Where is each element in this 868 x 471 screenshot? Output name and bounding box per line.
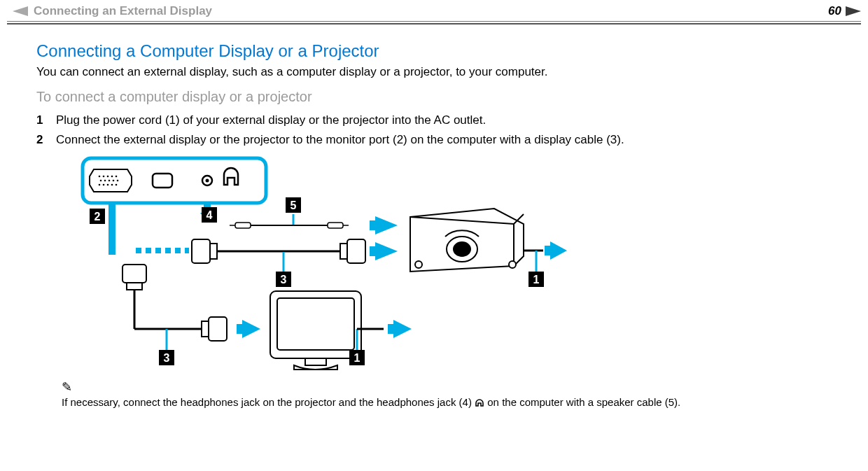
note-text: If necessary, connect the headphones jac… [62, 396, 832, 409]
svg-point-6 [111, 176, 113, 178]
svg-rect-60 [277, 298, 354, 350]
header-rule-thin [7, 21, 861, 22]
svg-point-14 [103, 184, 105, 186]
prev-page-arrow-icon[interactable] [13, 6, 28, 16]
svg-point-15 [107, 184, 109, 186]
svg-point-9 [104, 180, 106, 182]
svg-point-20 [206, 179, 209, 183]
vga-conn-top-right [340, 239, 365, 263]
content-area: Connecting a Computer Display or a Proje… [0, 24, 868, 409]
svg-point-7 [115, 176, 118, 178]
note-block: ✎ If necessary, connect the headphones j… [62, 379, 832, 409]
svg-point-11 [113, 180, 115, 182]
svg-rect-28 [340, 244, 347, 259]
header-bar: Connecting an External Display 60 [0, 0, 868, 21]
svg-rect-61 [305, 358, 326, 365]
step-text: Plug the power cord (1) of your external… [56, 113, 486, 127]
breadcrumb[interactable]: Connecting an External Display [34, 4, 824, 18]
svg-point-12 [117, 180, 119, 182]
svg-point-8 [100, 180, 102, 182]
intro-text: You can connect an external display, suc… [36, 65, 832, 79]
step-number: 1 [36, 113, 56, 127]
svg-rect-51 [127, 283, 142, 290]
label-2: 2 [94, 211, 101, 223]
svg-point-43 [454, 242, 470, 256]
svg-point-4 [103, 176, 105, 178]
next-page-arrow-icon[interactable] [846, 6, 861, 16]
label-1-bot: 1 [354, 352, 360, 364]
svg-rect-29 [347, 239, 365, 263]
step-text: Connect the external display or the proj… [56, 133, 624, 147]
label-4: 4 [206, 209, 213, 221]
svg-marker-65 [393, 320, 412, 338]
label-3-top: 3 [281, 274, 287, 286]
note-post: on the computer with a speaker cable (5)… [484, 396, 680, 408]
svg-marker-38 [375, 216, 398, 234]
section-title: Connecting a Computer Display or a Proje… [36, 41, 832, 61]
svg-rect-31 [370, 246, 379, 256]
step-2: 2 Connect the external display or the pr… [36, 133, 832, 147]
svg-rect-25 [192, 239, 210, 263]
vga-conn-low-top [122, 265, 146, 290]
note-pre: If necessary, connect the headphones jac… [62, 396, 475, 408]
svg-marker-57 [242, 320, 260, 338]
svg-point-44 [415, 261, 422, 268]
svg-rect-55 [209, 317, 227, 341]
label-3-bot: 3 [164, 352, 170, 364]
svg-point-16 [111, 184, 113, 186]
svg-point-5 [107, 176, 109, 178]
label-1-top: 1 [533, 274, 540, 286]
svg-rect-50 [122, 265, 146, 283]
step-number: 2 [36, 133, 56, 147]
svg-point-45 [509, 261, 516, 268]
pencil-icon: ✎ [62, 379, 832, 395]
audio-plug-right [328, 223, 349, 228]
svg-rect-54 [202, 321, 209, 337]
monitor-icon [270, 291, 361, 370]
headphones-icon [475, 398, 484, 409]
svg-rect-35 [328, 223, 343, 228]
audio-plug-left [230, 223, 251, 228]
vga-conn-top-left [192, 239, 217, 263]
connection-diagram: 2 4 5 3 1 3 1 [62, 153, 567, 375]
procedure-heading: To connect a computer display or a proje… [36, 89, 832, 105]
svg-point-10 [108, 180, 111, 182]
svg-rect-32 [235, 223, 251, 228]
svg-point-3 [99, 176, 101, 178]
svg-marker-48 [550, 241, 567, 260]
step-1: 1 Plug the power cord (1) of your extern… [36, 113, 832, 127]
vga-conn-low-right [202, 317, 227, 341]
page-number: 60 [828, 4, 841, 18]
svg-point-17 [115, 184, 118, 186]
svg-point-13 [99, 184, 101, 186]
projector-icon [410, 209, 524, 272]
label-5: 5 [290, 199, 297, 211]
svg-rect-26 [210, 244, 217, 259]
svg-rect-18 [153, 174, 172, 188]
svg-marker-0 [13, 6, 28, 16]
svg-marker-1 [846, 6, 861, 16]
